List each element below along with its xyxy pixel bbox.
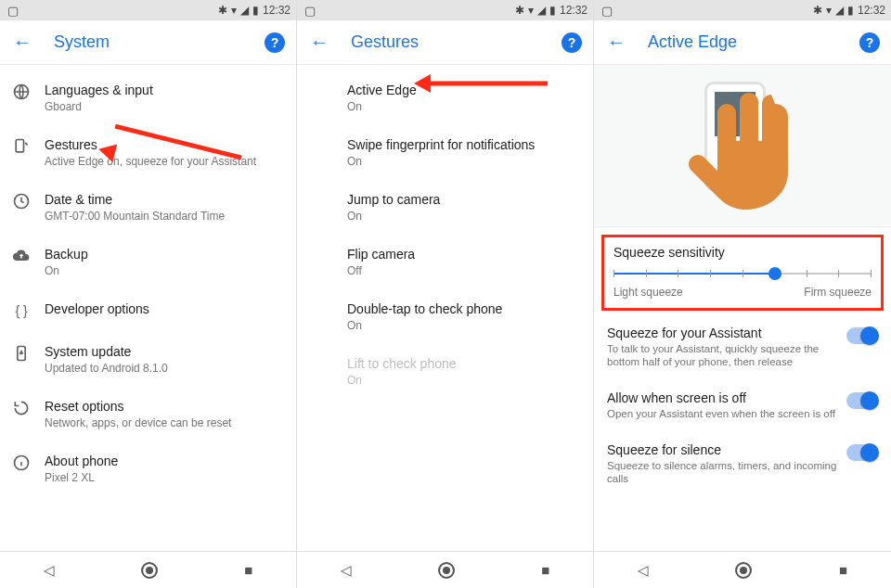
nav-home[interactable] <box>438 562 455 579</box>
signal-icon: ◢ <box>835 4 844 17</box>
help-button[interactable]: ? <box>859 32 880 53</box>
battery-icon: ▮ <box>549 4 556 17</box>
sensitivity-title: Squeeze sensitivity <box>613 245 872 260</box>
help-button[interactable]: ? <box>265 32 285 53</box>
screen-gestures: ▢ ✱ ▾ ◢ ▮ 12:32 ← Gestures ? Active Edge… <box>297 0 594 588</box>
item-sub: On <box>347 100 578 114</box>
page-title: Active Edge <box>648 32 859 52</box>
item-title: System update <box>45 343 281 360</box>
reset-icon <box>11 398 32 418</box>
squeeze-sensitivity-box: Squeeze sensitivity Light squeeze Firm s… <box>601 235 884 311</box>
item-sub: On <box>347 155 578 169</box>
wifi-icon: ▾ <box>231 4 237 17</box>
item-active-edge[interactable]: Active Edge On <box>297 70 593 125</box>
item-sub: Active Edge on, squeeze for your Assista… <box>45 155 281 169</box>
item-jump-to-camera[interactable]: Jump to camera On <box>297 180 593 235</box>
nav-recent[interactable]: ■ <box>244 562 252 578</box>
slider-max-label: Firm squeeze <box>804 286 872 299</box>
app-bar: ← Active Edge ? <box>594 20 891 65</box>
battery-icon: ▮ <box>252 4 259 17</box>
back-button[interactable]: ← <box>308 32 330 53</box>
item-sub: On <box>347 374 578 388</box>
item-double-tap[interactable]: Double-tap to check phone On <box>297 289 593 344</box>
braces-icon: { } <box>11 300 32 321</box>
nav-bar: ◁ ■ <box>297 551 593 588</box>
battery-icon: ▮ <box>847 4 854 17</box>
item-sub: Network, apps, or device can be reset <box>45 416 281 430</box>
item-languages-input[interactable]: Languages & input Gboard <box>0 70 296 125</box>
nav-back[interactable]: ◁ <box>341 562 352 579</box>
slider-min-label: Light squeeze <box>613 286 683 299</box>
item-title: Swipe fingerprint for notifications <box>347 136 578 153</box>
setting-sub: To talk to your Assistant, quickly squee… <box>607 342 837 368</box>
back-button[interactable]: ← <box>11 32 33 53</box>
item-about-phone[interactable]: About phone Pixel 2 XL <box>0 441 296 496</box>
setting-squeeze-silence[interactable]: Squeeze for silence Squeeze to silence a… <box>594 431 891 496</box>
item-title: Active Edge <box>347 82 578 98</box>
screen-system: ▢ ✱ ▾ ◢ ▮ 12:32 ← System ? Languages & i… <box>0 0 297 588</box>
nav-bar: ◁ ■ <box>0 551 296 588</box>
clock-icon <box>11 191 32 211</box>
item-sub: Updated to Android 8.1.0 <box>45 362 281 376</box>
setting-squeeze-assistant[interactable]: Squeeze for your Assistant To talk to yo… <box>594 314 891 379</box>
bluetooth-icon: ✱ <box>515 4 524 17</box>
setting-title: Squeeze for your Assistant <box>607 326 837 340</box>
hero-illustration <box>594 65 891 227</box>
item-title: Gestures <box>45 136 281 153</box>
sensitivity-slider[interactable] <box>613 265 872 282</box>
item-backup[interactable]: Backup On <box>0 235 296 289</box>
clock: 12:32 <box>858 4 885 17</box>
app-bar: ← Gestures ? <box>297 20 593 65</box>
item-title: Lift to check phone <box>347 355 578 372</box>
signal-icon: ◢ <box>537 4 546 17</box>
item-title: About phone <box>45 453 281 469</box>
info-icon <box>11 453 32 473</box>
nav-recent[interactable]: ■ <box>541 562 549 578</box>
item-title: Languages & input <box>45 82 281 98</box>
item-sub: GMT-07:00 Mountain Standard Time <box>45 210 281 224</box>
item-sub: Off <box>347 264 578 278</box>
nav-home[interactable] <box>141 562 158 579</box>
setting-title: Squeeze for silence <box>607 442 837 457</box>
toggle-switch[interactable] <box>846 444 878 461</box>
item-title: Backup <box>45 246 281 262</box>
setting-title: Allow when screen is off <box>607 390 837 405</box>
cloud-upload-icon <box>11 246 32 266</box>
help-button[interactable]: ? <box>562 32 582 53</box>
toggle-switch[interactable] <box>846 327 878 344</box>
clock: 12:32 <box>560 4 588 17</box>
item-title: Date & time <box>45 191 281 208</box>
item-sub: Gboard <box>45 100 281 114</box>
globe-icon <box>11 82 32 102</box>
item-flip-camera[interactable]: Flip camera Off <box>297 235 593 289</box>
status-bar: ▢ ✱ ▾ ◢ ▮ 12:32 <box>0 0 296 20</box>
item-developer-options[interactable]: { } Developer options <box>0 289 296 332</box>
hand-icon <box>673 76 812 215</box>
item-title: Flip camera <box>347 246 578 262</box>
item-system-update[interactable]: System update Updated to Android 8.1.0 <box>0 332 296 387</box>
setting-sub: Open your Assistant even when the screen… <box>607 407 837 420</box>
svg-rect-1 <box>16 140 23 152</box>
setting-sub: Squeeze to silence alarms, timers, and i… <box>607 459 837 485</box>
clock: 12:32 <box>263 4 291 17</box>
item-sub: On <box>347 319 578 333</box>
toggle-switch[interactable] <box>846 392 878 409</box>
status-bar: ▢ ✱ ▾ ◢ ▮ 12:32 <box>594 0 891 20</box>
item-date-time[interactable]: Date & time GMT-07:00 Mountain Standard … <box>0 180 296 235</box>
bluetooth-icon: ✱ <box>218 4 227 17</box>
nav-back[interactable]: ◁ <box>638 562 649 579</box>
nav-back[interactable]: ◁ <box>44 562 55 579</box>
item-swipe-fingerprint[interactable]: Swipe fingerprint for notifications On <box>297 125 593 180</box>
nav-home[interactable] <box>735 562 752 579</box>
item-title: Developer options <box>45 300 281 317</box>
wifi-icon: ▾ <box>826 4 832 17</box>
item-sub: On <box>45 264 281 278</box>
nav-recent[interactable]: ■ <box>839 562 847 578</box>
item-gestures[interactable]: Gestures Active Edge on, squeeze for you… <box>0 125 296 180</box>
page-title: System <box>54 32 265 52</box>
item-title: Reset options <box>45 398 281 415</box>
item-reset-options[interactable]: Reset options Network, apps, or device c… <box>0 387 296 441</box>
item-title: Jump to camera <box>347 191 578 208</box>
setting-allow-screen-off[interactable]: Allow when screen is off Open your Assis… <box>594 379 891 431</box>
back-button[interactable]: ← <box>605 32 627 53</box>
